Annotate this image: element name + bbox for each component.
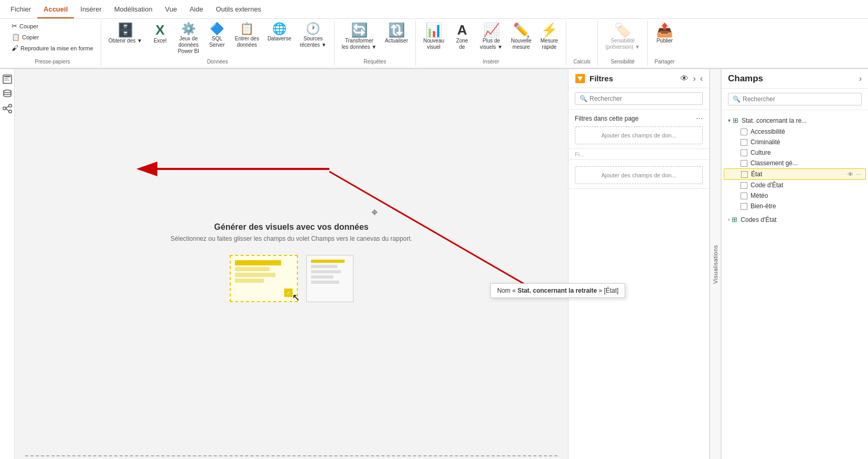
- tree-item-label-classement: Classement gé...: [751, 159, 862, 167]
- format-painter-icon: 🖌: [12, 44, 18, 52]
- champs-chevron-right-icon[interactable]: ›: [859, 74, 862, 83]
- filters-section-page: Filtres dans cette page ··· Ajouter des …: [569, 110, 709, 149]
- left-sidebar: [0, 69, 15, 459]
- btn-couper[interactable]: ✂ Couper: [8, 21, 41, 31]
- btn-sql-server[interactable]: 🔷 SQLServer: [205, 21, 230, 57]
- ribbon-content: ✂ Couper 📋 Copier 🖌 Reproduire la mise e…: [0, 19, 868, 69]
- tree-item-label-code-etat: Code d'État: [751, 182, 862, 189]
- tab-inserer[interactable]: Insérer: [74, 1, 108, 18]
- btn-excel[interactable]: X Excel: [147, 21, 173, 57]
- etat-eye-icon[interactable]: 👁: [848, 171, 853, 177]
- filters-title: Filtres: [590, 74, 676, 83]
- checkbox-etat[interactable]: [741, 171, 748, 178]
- expand-icon: ▾: [728, 118, 731, 123]
- btn-sensibilite[interactable]: 🏷️ Sensibilité(préversion) ▼: [602, 21, 643, 57]
- btn-transformer[interactable]: 🔄 Transformerles données ▼: [339, 21, 380, 57]
- tree-item-bien-etre[interactable]: Bien-être: [724, 201, 866, 211]
- tree-item-meteo[interactable]: Météo: [724, 190, 866, 201]
- measure-icon: ✏️: [513, 23, 530, 37]
- svg-rect-1: [4, 76, 10, 77]
- ribbon-tabs: Fichier Accueil Insérer Modélisation Vue…: [0, 0, 868, 19]
- btn-mesure-rapide[interactable]: ⚡ Mesurerapide: [537, 21, 562, 57]
- filter-eye-icon[interactable]: 👁: [680, 74, 689, 83]
- tree-group-stat-header[interactable]: ▾ ⊞ Stat. concernant la re...: [724, 114, 866, 126]
- btn-copier[interactable]: 📋 Copier: [8, 32, 42, 42]
- expand-codes-icon: ›: [728, 217, 730, 222]
- tree-item-label-bien-etre: Bien-être: [751, 202, 862, 210]
- main-area: Générer des visuels avec vos données Sél…: [0, 69, 868, 459]
- group-label-sensibilite: Sensibilité: [610, 58, 635, 66]
- btn-zone-de[interactable]: A Zonede: [449, 21, 475, 57]
- more-visuals-icon: 📈: [483, 23, 500, 37]
- checkbox-classement[interactable]: [741, 160, 747, 167]
- ribbon: Fichier Accueil Insérer Modélisation Vue…: [0, 0, 868, 69]
- recent-icon: 🕐: [306, 23, 320, 35]
- field-tooltip: Nom « Stat. concernant la retraite » [Ét…: [490, 283, 625, 298]
- champs-search-input[interactable]: [743, 95, 857, 103]
- checkbox-bien-etre[interactable]: [741, 203, 747, 210]
- ribbon-group-calculs: Calculs: [566, 21, 598, 66]
- btn-plus-visuels[interactable]: 📈 Plus devisuels ▼: [477, 21, 506, 57]
- champs-search: 🔍: [722, 89, 868, 110]
- search-icon: 🔍: [580, 95, 587, 102]
- group-label-inserer: Insérer: [483, 58, 499, 66]
- btn-entrer-donnees[interactable]: 📋 Entrer desdonnées: [232, 21, 262, 57]
- checkbox-code-etat[interactable]: [741, 182, 747, 189]
- filter-chevron-right-icon[interactable]: ›: [693, 74, 695, 83]
- filter-add-field-1[interactable]: Ajouter des champs de don...: [575, 126, 703, 144]
- btn-obtenir-donnees[interactable]: 🗄️ Obtenir des ▼: [105, 21, 145, 57]
- btn-jeux-donnees[interactable]: ⚙️ Jeux dedonnéesPower BI: [175, 21, 202, 57]
- copy-icon: 📋: [12, 33, 20, 41]
- btn-nouvelle-mesure[interactable]: ✏️ Nouvellemesure: [508, 21, 534, 57]
- filter-add-field-2[interactable]: Ajouter des champs de don...: [575, 166, 703, 184]
- visualisations-tab[interactable]: Visualisations: [710, 241, 721, 288]
- svg-rect-2: [4, 78, 8, 79]
- btn-publier[interactable]: 📤 Publier: [652, 21, 677, 57]
- tree-item-label-etat: État: [751, 170, 842, 178]
- etat-more-icon[interactable]: ···: [856, 171, 861, 177]
- tree-item-label-meteo: Météo: [751, 192, 862, 199]
- group-label-presse-papiers: Presse-papiers: [35, 58, 70, 66]
- btn-reproduire[interactable]: 🖌 Reproduire la mise en forme: [8, 43, 97, 53]
- filter-section-more-icon[interactable]: ···: [696, 114, 703, 123]
- table-icon: ⊞: [733, 116, 738, 124]
- sidebar-icon-model[interactable]: [2, 103, 13, 114]
- canvas-images: ✓ ↖: [170, 255, 412, 302]
- publish-icon: 📤: [656, 23, 673, 37]
- tree-item-etat[interactable]: État 👁 ···: [724, 168, 866, 180]
- checkbox-criminalite[interactable]: [741, 139, 747, 146]
- tree-group-codes-label: Codes d'État: [741, 216, 862, 223]
- sidebar-icon-data[interactable]: [2, 88, 13, 100]
- tree-item-classement[interactable]: Classement gé...: [724, 158, 866, 168]
- btn-nouveau-visuel[interactable]: 📊 Nouveauvisuel: [420, 21, 447, 57]
- tab-vue[interactable]: Vue: [159, 1, 184, 18]
- svg-rect-6: [9, 104, 12, 107]
- sidebar-icon-report[interactable]: [2, 73, 13, 85]
- tree-item-culture[interactable]: Culture: [724, 147, 866, 158]
- ribbon-group-presse-papiers: ✂ Couper 📋 Copier 🖌 Reproduire la mise e…: [4, 21, 101, 66]
- tree-item-code-etat[interactable]: Code d'État: [724, 180, 866, 190]
- tab-outils-externes[interactable]: Outils externes: [209, 1, 267, 18]
- checkbox-culture[interactable]: [741, 150, 747, 156]
- tree-item-accessibilite[interactable]: Accessibilité: [724, 126, 866, 137]
- tab-fichier[interactable]: Fichier: [4, 1, 37, 18]
- canvas-subtitle: Sélectionnez ou faites glisser les champ…: [170, 235, 412, 242]
- btn-actualiser[interactable]: 🔃 Actualiser: [382, 21, 411, 57]
- btn-sources-recentes[interactable]: 🕐 Sourcesrécentes ▼: [296, 21, 329, 57]
- tree-group-stat-label: Stat. concernant la re...: [742, 117, 862, 124]
- svg-point-4: [4, 90, 11, 93]
- btn-dataverse[interactable]: 🌐 Dataverse: [264, 21, 295, 57]
- filters-search-input[interactable]: [590, 95, 698, 102]
- visual-placeholder-table: ✓ ↖: [230, 255, 298, 302]
- checkbox-meteo[interactable]: [741, 193, 747, 199]
- svg-line-9: [6, 109, 9, 112]
- champs-search-icon: 🔍: [733, 95, 741, 103]
- svg-rect-5: [3, 107, 6, 110]
- tab-accueil[interactable]: Accueil: [37, 1, 74, 18]
- checkbox-accessibilite[interactable]: [741, 129, 747, 135]
- tab-aide[interactable]: Aide: [183, 1, 209, 18]
- filter-chevron-left-icon[interactable]: ‹: [700, 74, 703, 83]
- tree-item-criminalite[interactable]: Criminalité: [724, 137, 866, 147]
- tree-group-codes-etat-header[interactable]: › ⊞ Codes d'État: [724, 214, 866, 226]
- tab-modelisation[interactable]: Modélisation: [108, 1, 159, 18]
